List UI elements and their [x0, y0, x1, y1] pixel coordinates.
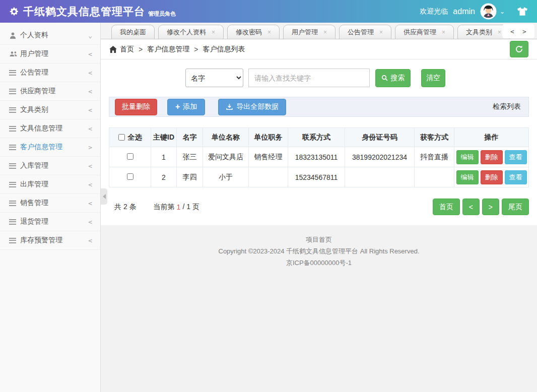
scroll-right-icon[interactable]: > [522, 28, 526, 35]
chevron-left-icon: < [88, 88, 92, 95]
tab-bar: 我的桌面 修改个人资料 × 修改密码 × 用户管理 × 公告管理 × 供应商管理… [101, 23, 537, 39]
tab-change-password[interactable]: 修改密码 × [227, 25, 280, 39]
tab-label: 公告管理 [348, 28, 374, 37]
clear-button-label: 清空 [426, 74, 440, 83]
chevron-left-icon: < [88, 106, 92, 114]
batch-delete-button[interactable]: 批量删除 [115, 99, 157, 115]
sidebar-item-stationery-info-mgmt[interactable]: 文具信息管理 < [0, 119, 100, 138]
sidebar-item-supplier-mgmt[interactable]: 供应商管理 < [0, 82, 100, 101]
tab-user-mgmt[interactable]: 用户管理 × [283, 25, 335, 39]
header-right: 欢迎光临 admin ⌄ [420, 3, 528, 20]
view-button[interactable]: 查看 [505, 170, 527, 184]
chevron-down-icon[interactable]: ⌄ [500, 8, 505, 15]
panel-title: 检索列表 [493, 102, 523, 111]
list-icon [9, 107, 20, 113]
select-all-checkbox[interactable] [118, 134, 125, 141]
footer-home-link[interactable]: 项目首页 [101, 234, 537, 245]
list-icon [9, 89, 20, 94]
sidebar-item-label: 个人资料 [20, 31, 48, 40]
avatar[interactable] [480, 3, 497, 20]
sidebar-item-announcement-mgmt[interactable]: 公告管理 < [0, 63, 100, 82]
search-icon [381, 75, 388, 81]
col-header-actions: 操作 [454, 128, 529, 147]
chevron-left-icon: < [88, 50, 92, 58]
search-input[interactable] [248, 69, 370, 87]
search-button[interactable]: 搜索 [375, 69, 411, 87]
close-icon[interactable]: × [212, 29, 215, 36]
sidebar-item-sales-mgmt[interactable]: 销售管理 < [0, 194, 100, 213]
close-icon[interactable]: × [442, 29, 445, 36]
username: admin [453, 7, 475, 16]
footer-copyright: Copyright ©2023-2024 千纸鹤文具信息管理平台 All Rig… [101, 245, 537, 257]
row-checkbox[interactable] [127, 173, 133, 180]
tab-my-desktop[interactable]: 我的桌面 [111, 25, 155, 39]
sidebar-item-outbound-mgmt[interactable]: 出库管理 < [0, 175, 100, 194]
add-button[interactable]: + 添加 [167, 99, 205, 115]
refresh-button[interactable] [510, 41, 528, 57]
close-icon[interactable]: × [267, 29, 271, 36]
scroll-left-icon[interactable]: < [510, 28, 514, 35]
table-row: 1 张三 爱问文具店 销售经理 18323135011 381992020212… [109, 147, 529, 167]
sidebar-item-label: 文具类别 [20, 105, 48, 114]
first-page-button[interactable]: 首页 [433, 199, 460, 215]
export-all-button[interactable]: 导出全部数据 [218, 99, 286, 115]
cell-select [109, 167, 151, 187]
users-icon [9, 50, 20, 57]
clear-button[interactable]: 清空 [421, 69, 445, 87]
edit-button[interactable]: 编辑 [456, 170, 479, 184]
batch-delete-label: 批量删除 [122, 102, 150, 111]
tab-label: 文具类别 [466, 28, 492, 37]
search-field-select[interactable]: 名字 [185, 69, 243, 87]
sidebar-item-label: 入库管理 [20, 161, 48, 170]
close-icon[interactable]: × [498, 29, 501, 36]
view-button[interactable]: 查看 [505, 150, 527, 164]
tshirt-icon[interactable] [517, 7, 528, 16]
sidebar-item-label: 销售管理 [20, 199, 48, 208]
footer-icp: 京ICP备00000000号-1 [101, 257, 537, 269]
breadcrumb-customer-info[interactable]: 客户信息管理 [147, 45, 189, 54]
prev-page-button[interactable]: < [462, 199, 480, 215]
download-icon [226, 103, 233, 110]
list-icon [9, 201, 20, 206]
home-icon [109, 46, 117, 53]
sidebar-item-inbound-mgmt[interactable]: 入库管理 < [0, 157, 100, 175]
tab-supplier-mgmt[interactable]: 供应商管理 × [395, 25, 454, 39]
sidebar-item-label: 出库管理 [20, 180, 48, 189]
table-header-row: 全选 主键ID 名字 单位名称 单位职务 联系方式 身份证号码 获客方式 操作 [109, 128, 529, 147]
edit-button[interactable]: 编辑 [456, 150, 479, 164]
next-page-button[interactable]: > [482, 199, 499, 215]
last-page-button[interactable]: 尾页 [502, 199, 529, 215]
cell-actions: 编辑 删除 查看 [454, 167, 529, 187]
tab-label: 供应商管理 [404, 28, 436, 37]
breadcrumb: 首页 > 客户信息管理 > 客户信息列表 [101, 39, 537, 59]
triangle-left-icon [103, 194, 106, 199]
sidebar-collapse-handle[interactable] [101, 188, 107, 205]
breadcrumb-home[interactable]: 首页 [120, 45, 134, 54]
breadcrumb-customer-list: 客户信息列表 [203, 45, 245, 54]
cell-name: 李四 [177, 167, 203, 187]
close-icon[interactable]: × [379, 29, 383, 36]
chevron-left-icon: < [88, 69, 92, 77]
close-icon[interactable]: × [323, 29, 327, 36]
list-icon [9, 182, 20, 187]
delete-button[interactable]: 删除 [481, 170, 503, 184]
row-checkbox[interactable] [127, 153, 133, 160]
tab-label: 我的桌面 [120, 28, 146, 37]
sidebar-item-user-mgmt[interactable]: 用户管理 < [0, 45, 100, 63]
sidebar-item-stationery-category[interactable]: 文具类别 < [0, 101, 100, 119]
tab-label: 用户管理 [292, 28, 318, 37]
sidebar-item-customer-info-mgmt[interactable]: 客户信息管理 > [0, 138, 100, 157]
brand: 千纸鹤文具信息管理平台 管理员角色 [9, 5, 176, 19]
sidebar-item-stock-alert-mgmt[interactable]: 库存预警管理 < [0, 231, 100, 250]
tab-announcement-mgmt[interactable]: 公告管理 × [339, 25, 391, 39]
sidebar-item-returns-mgmt[interactable]: 退货管理 < [0, 213, 100, 231]
list-toolbar: 批量删除 + 添加 导出全部数据 检索列表 [109, 97, 529, 117]
content-panel: 名字 搜索 清空 批量删除 + 添加 导出全部数据 检索列表 [101, 59, 537, 225]
col-header-id: 主键ID [151, 128, 177, 147]
sidebar-item-profile[interactable]: 个人资料 ⌄ [0, 26, 100, 45]
welcome-text: 欢迎光临 [420, 7, 448, 16]
pagination-buttons: 首页 < > 尾页 [433, 199, 529, 215]
delete-button[interactable]: 删除 [481, 150, 503, 164]
cell-phone: 15234567811 [288, 167, 345, 187]
tab-edit-profile[interactable]: 修改个人资料 × [158, 25, 224, 39]
